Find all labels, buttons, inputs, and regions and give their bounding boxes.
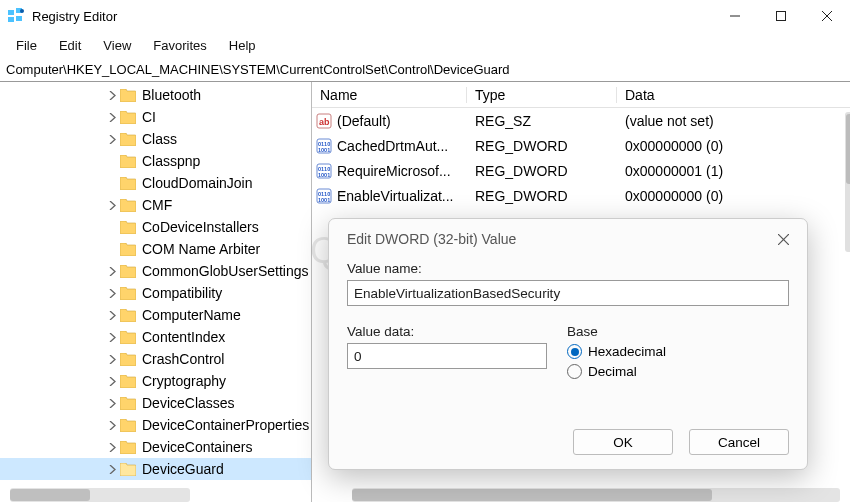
registry-tree[interactable]: BluetoothCIClassClasspnpCloudDomainJoinC… — [0, 82, 311, 480]
tree-item[interactable]: CoDeviceInstallers — [0, 216, 311, 238]
tree-item[interactable]: ContentIndex — [0, 326, 311, 348]
base-label: Base — [567, 324, 789, 339]
expander-icon[interactable] — [104, 135, 120, 144]
menu-view[interactable]: View — [93, 36, 141, 55]
tree-item-label: Compatibility — [142, 285, 222, 301]
menu-edit[interactable]: Edit — [49, 36, 91, 55]
titlebar: Registry Editor — [0, 0, 850, 32]
tree-item-label: CI — [142, 109, 156, 125]
tree-item[interactable]: CI — [0, 106, 311, 128]
folder-icon — [120, 221, 136, 234]
expander-icon[interactable] — [104, 399, 120, 408]
dword-value-icon: 01101001 — [316, 163, 332, 179]
tree-item[interactable]: DeviceClasses — [0, 392, 311, 414]
list-header: Name Type Data — [312, 82, 850, 108]
folder-icon — [120, 331, 136, 344]
string-value-icon: ab — [316, 113, 332, 129]
value-row[interactable]: 01101001CachedDrtmAut...REG_DWORD0x00000… — [312, 133, 850, 158]
expander-icon[interactable] — [104, 377, 120, 386]
radio-label: Hexadecimal — [588, 344, 666, 359]
value-row[interactable]: ab(Default)REG_SZ(value not set) — [312, 108, 850, 133]
tree-item[interactable]: Bluetooth — [0, 84, 311, 106]
tree-item[interactable]: COM Name Arbiter — [0, 238, 311, 260]
folder-icon — [120, 309, 136, 322]
svg-point-4 — [20, 9, 24, 13]
menu-help[interactable]: Help — [219, 36, 266, 55]
expander-icon[interactable] — [104, 333, 120, 342]
window-controls — [712, 0, 850, 32]
value-name: EnableVirtualizat... — [337, 188, 453, 204]
tree-item[interactable]: CommonGlobUserSettings — [0, 260, 311, 282]
folder-icon — [120, 243, 136, 256]
tree-item[interactable]: DeviceContainerProperties — [0, 414, 311, 436]
tree-item[interactable]: CloudDomainJoin — [0, 172, 311, 194]
folder-icon — [120, 397, 136, 410]
expander-icon[interactable] — [104, 465, 120, 474]
value-name: RequireMicrosof... — [337, 163, 451, 179]
scrollbar-thumb[interactable] — [10, 489, 90, 501]
column-header-name[interactable]: Name — [312, 87, 467, 103]
tree-item[interactable]: Cryptography — [0, 370, 311, 392]
tree-vertical-scrollbar[interactable] — [845, 112, 850, 252]
radio-hexadecimal[interactable]: Hexadecimal — [567, 344, 789, 359]
regedit-icon — [8, 8, 24, 24]
value-data: (value not set) — [617, 113, 850, 129]
value-data: 0x00000000 (0) — [617, 138, 850, 154]
folder-icon — [120, 441, 136, 454]
svg-rect-6 — [777, 12, 786, 21]
tree-item-label: ComputerName — [142, 307, 241, 323]
svg-rect-2 — [8, 17, 14, 22]
value-name: (Default) — [337, 113, 391, 129]
tree-item[interactable]: CrashControl — [0, 348, 311, 370]
value-row[interactable]: 01101001RequireMicrosof...REG_DWORD0x000… — [312, 158, 850, 183]
tree-item[interactable]: DeviceContainers — [0, 436, 311, 458]
svg-rect-3 — [16, 16, 22, 21]
svg-text:1001: 1001 — [318, 172, 330, 178]
radio-decimal[interactable]: Decimal — [567, 364, 789, 379]
tree-item[interactable]: Class — [0, 128, 311, 150]
radio-label: Decimal — [588, 364, 637, 379]
tree-item-label: DeviceClasses — [142, 395, 235, 411]
edit-dword-dialog: Edit DWORD (32-bit) Value Value name: Va… — [328, 218, 808, 470]
expander-icon[interactable] — [104, 267, 120, 276]
column-header-type[interactable]: Type — [467, 87, 617, 103]
expander-icon[interactable] — [104, 355, 120, 364]
tree-item-label: CrashControl — [142, 351, 224, 367]
column-header-data[interactable]: Data — [617, 87, 850, 103]
tree-item[interactable]: DeviceGuard — [0, 458, 311, 480]
value-name-input[interactable] — [347, 280, 789, 306]
close-button[interactable] — [804, 0, 850, 32]
tree-item[interactable]: ComputerName — [0, 304, 311, 326]
value-row[interactable]: 01101001EnableVirtualizat...REG_DWORD0x0… — [312, 183, 850, 208]
expander-icon[interactable] — [104, 201, 120, 210]
cancel-button[interactable]: Cancel — [689, 429, 789, 455]
expander-icon[interactable] — [104, 311, 120, 320]
address-bar[interactable]: Computer\HKEY_LOCAL_MACHINE\SYSTEM\Curre… — [0, 58, 850, 82]
dword-value-icon: 01101001 — [316, 188, 332, 204]
value-type: REG_SZ — [467, 113, 617, 129]
scrollbar-thumb[interactable] — [846, 114, 850, 184]
maximize-button[interactable] — [758, 0, 804, 32]
value-data-input[interactable] — [347, 343, 547, 369]
tree-item-label: DeviceGuard — [142, 461, 224, 477]
folder-icon — [120, 177, 136, 190]
tree-horizontal-scrollbar[interactable] — [10, 488, 190, 502]
expander-icon[interactable] — [104, 289, 120, 298]
tree-item[interactable]: Classpnp — [0, 150, 311, 172]
dialog-close-button[interactable] — [773, 229, 793, 249]
tree-item[interactable]: Compatibility — [0, 282, 311, 304]
minimize-button[interactable] — [712, 0, 758, 32]
menu-favorites[interactable]: Favorites — [143, 36, 216, 55]
expander-icon[interactable] — [104, 113, 120, 122]
scrollbar-thumb[interactable] — [352, 489, 712, 501]
expander-icon[interactable] — [104, 443, 120, 452]
tree-item[interactable]: CMF — [0, 194, 311, 216]
folder-icon — [120, 419, 136, 432]
menu-file[interactable]: File — [6, 36, 47, 55]
expander-icon[interactable] — [104, 421, 120, 430]
values-horizontal-scrollbar[interactable] — [352, 488, 840, 502]
tree-item-label: CloudDomainJoin — [142, 175, 253, 191]
value-type: REG_DWORD — [467, 163, 617, 179]
expander-icon[interactable] — [104, 91, 120, 100]
ok-button[interactable]: OK — [573, 429, 673, 455]
